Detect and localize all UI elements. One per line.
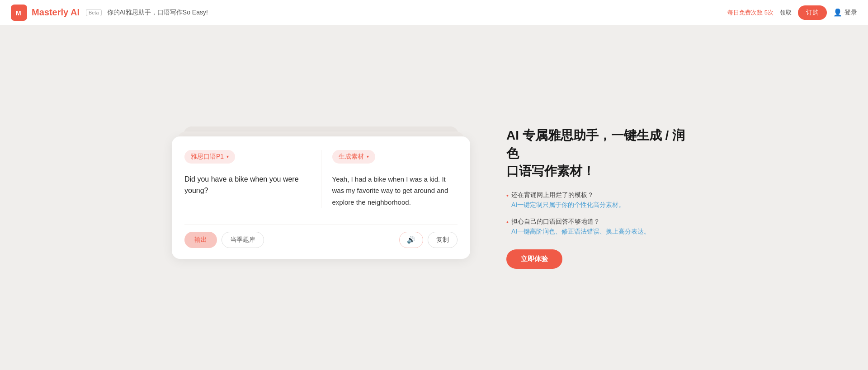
audio-icon: 🔊 bbox=[407, 236, 415, 244]
card-col-right: 生成素材 ▾ Yeah, I had a bike when I was a k… bbox=[321, 150, 458, 208]
question-bank-button[interactable]: 当季题库 bbox=[222, 232, 264, 248]
main-content: 雅思口语P1 ▾ Did you have a bike when you we… bbox=[0, 25, 868, 370]
question-type-label: 雅思口语P1 bbox=[191, 153, 224, 161]
promo-list: • 还在背诵网上用烂了的模板？ AI一键定制只属于你的个性化高分素材。 • 担心… bbox=[506, 190, 696, 237]
copy-button[interactable]: 复制 bbox=[428, 232, 458, 248]
footer-right-buttons: 🔊 复制 bbox=[399, 232, 458, 248]
chevron-down-icon-2: ▾ bbox=[367, 154, 369, 159]
nav-counter: 每日免费次数 5次 bbox=[727, 9, 774, 17]
promo-item-2-main: 担心自己的口语回答不够地道？ bbox=[511, 218, 600, 225]
subscribe-button[interactable]: 订购 bbox=[798, 5, 827, 20]
login-label: 登录 bbox=[844, 9, 857, 17]
promo-item-2-content: 担心自己的口语回答不够地道？ AI一键高阶润色、修正语法错误、换上高分表达。 bbox=[511, 216, 650, 237]
logo-text: Masterly AI bbox=[32, 7, 80, 18]
card-columns: 雅思口语P1 ▾ Did you have a bike when you we… bbox=[184, 150, 458, 208]
logo[interactable]: M Masterly AI bbox=[11, 5, 80, 21]
audio-button[interactable]: 🔊 bbox=[399, 232, 423, 248]
answer-text: Yeah, I had a bike when I was a kid. It … bbox=[332, 173, 458, 208]
promo-item-1: • 还在背诵网上用烂了的模板？ AI一键定制只属于你的个性化高分素材。 bbox=[506, 190, 696, 210]
card-main: 雅思口语P1 ▾ Did you have a bike when you we… bbox=[172, 136, 470, 259]
cta-button[interactable]: 立即体验 bbox=[506, 249, 562, 269]
chevron-down-icon: ▾ bbox=[226, 154, 229, 159]
card-footer: 输出 当季题库 🔊 复制 bbox=[184, 224, 458, 248]
logo-icon: M bbox=[11, 5, 27, 21]
counter-prefix: 每日免费次数 bbox=[727, 9, 763, 16]
question-type-dropdown[interactable]: 雅思口语P1 ▾ bbox=[184, 150, 235, 164]
svg-text:M: M bbox=[16, 9, 21, 17]
card-col-left: 雅思口语P1 ▾ Did you have a bike when you we… bbox=[184, 150, 321, 208]
generate-type-dropdown[interactable]: 生成素材 ▾ bbox=[332, 150, 375, 164]
promo-item-1-main: 还在背诵网上用烂了的模板？ bbox=[511, 191, 594, 198]
bullet-icon-2: • bbox=[506, 217, 509, 227]
nav-tagline: 你的AI雅思助手，口语写作So Easy! bbox=[107, 9, 208, 17]
card-stack: 雅思口语P1 ▾ Did you have a bike when you we… bbox=[172, 136, 470, 259]
generate-type-label: 生成素材 bbox=[339, 153, 364, 161]
user-icon: 👤 bbox=[833, 8, 842, 17]
promo-section: AI 专属雅思助手，一键生成 / 润色口语写作素材！ • 还在背诵网上用烂了的模… bbox=[506, 126, 696, 268]
output-button[interactable]: 输出 bbox=[184, 232, 217, 248]
promo-item-2: • 担心自己的口语回答不够地道？ AI一键高阶润色、修正语法错误、换上高分表达。 bbox=[506, 216, 696, 237]
promo-item-1-content: 还在背诵网上用烂了的模板？ AI一键定制只属于你的个性化高分素材。 bbox=[511, 190, 625, 210]
navbar: M Masterly AI Beta 你的AI雅思助手，口语写作So Easy!… bbox=[0, 0, 868, 25]
counter-count: 5次 bbox=[764, 9, 774, 16]
question-text: Did you have a bike when you were young? bbox=[184, 173, 310, 197]
user-menu[interactable]: 👤 登录 bbox=[833, 8, 857, 17]
footer-left-buttons: 输出 当季题库 bbox=[184, 232, 264, 248]
promo-title: AI 专属雅思助手，一键生成 / 润色口语写作素材！ bbox=[506, 126, 696, 180]
bullet-icon-1: • bbox=[506, 191, 509, 201]
beta-badge: Beta bbox=[86, 9, 102, 16]
claim-link[interactable]: 领取 bbox=[780, 9, 792, 17]
promo-item-2-sub: AI一键高阶润色、修正语法错误、换上高分表达。 bbox=[511, 228, 650, 235]
promo-item-1-sub: AI一键定制只属于你的个性化高分素材。 bbox=[511, 201, 625, 208]
nav-right: 每日免费次数 5次 领取 订购 👤 登录 bbox=[727, 5, 857, 20]
